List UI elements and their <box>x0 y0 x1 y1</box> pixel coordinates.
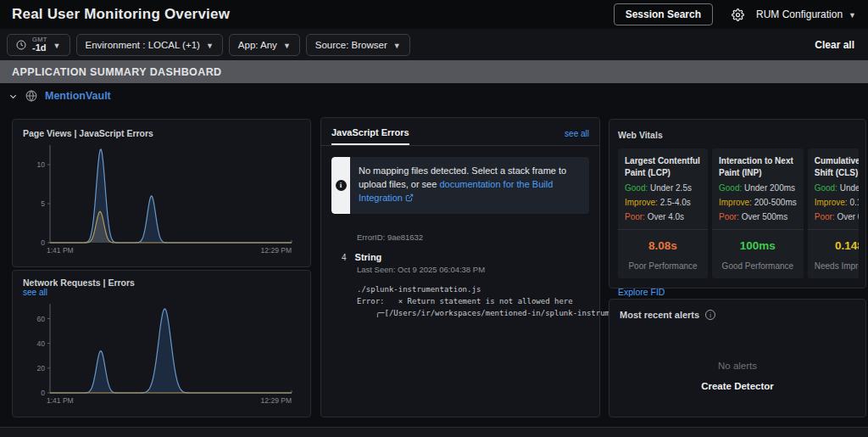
info-stripe: i <box>331 157 350 214</box>
filter-bar: GMT -1d ▼ Environment : LOCAL (+1) ▼ App… <box>0 29 868 60</box>
info-icon: i <box>336 180 347 191</box>
code-line: ./splunk-instrumentation.js <box>357 284 599 296</box>
good-label: Good: <box>815 183 837 193</box>
web-vitals-cards: Largest Contentful Paint (LCP) Good: Und… <box>618 148 859 278</box>
cls-status: Needs Improvement <box>815 261 859 271</box>
lcp-status: Poor Performance <box>625 261 701 271</box>
source-filter[interactable]: Source: Browser ▼ <box>306 34 410 56</box>
inp-status: Good Performance <box>719 261 797 271</box>
svg-text:40: 40 <box>37 339 46 348</box>
recent-alerts-panel: Most recent alerts i No alerts Create De… <box>609 299 866 417</box>
web-vitals-panel: Web Vitals Largest Contentful Paint (LCP… <box>609 119 866 289</box>
cls-value: 0.1481 <box>815 239 859 252</box>
svg-text:1:41 PM: 1:41 PM <box>47 246 74 255</box>
svg-text:1:41 PM: 1:41 PM <box>47 396 74 405</box>
create-detector-button[interactable]: Create Detector <box>620 381 855 391</box>
error-stack-snippet: ./splunk-instrumentation.jsError: × Retu… <box>357 284 599 320</box>
network-requests-panel-title: Network Requests | Errors <box>23 277 300 288</box>
improve-threshold: 200-500ms <box>752 198 797 207</box>
javascript-errors-panel: JavaScript Errors see all i No mapping f… <box>320 117 600 417</box>
chevron-down-icon: ▼ <box>849 11 856 20</box>
improve-label: Improve: <box>625 198 658 207</box>
app-header: Real User Monitoring Overview Session Se… <box>0 0 868 29</box>
js-errors-see-all-link[interactable]: see all <box>565 129 589 145</box>
external-link-icon <box>405 193 414 206</box>
poor-label: Poor: <box>815 212 835 221</box>
collapse-chevron-icon[interactable] <box>8 92 18 101</box>
app-filter-label: App: Any <box>238 40 277 50</box>
svg-text:12:29 PM: 12:29 PM <box>261 246 292 255</box>
svg-text:12:29 PM: 12:29 PM <box>261 396 292 405</box>
source-filter-label: Source: Browser <box>315 40 387 50</box>
tab-javascript-errors[interactable]: JavaScript Errors <box>331 127 409 145</box>
poor-threshold: Over 500ms <box>739 212 787 221</box>
lcp-card-title: Largest Contentful Paint (LCP) <box>625 155 701 178</box>
inp-card: Interaction to Next Paint (INP) Good: Un… <box>712 148 804 278</box>
network-see-all-link[interactable]: see all <box>23 288 300 297</box>
error-type[interactable]: String <box>355 252 382 262</box>
chevron-down-icon: ▼ <box>206 42 214 50</box>
svg-text:10: 10 <box>37 160 46 169</box>
time-range-picker[interactable]: GMT -1d ▼ <box>7 34 70 56</box>
poor-threshold: Over 4.0s <box>645 212 684 221</box>
code-line: ╭─[/Users/ir/workspaces/mentioned-in/spl… <box>357 308 599 320</box>
time-range-value: -1d <box>32 43 47 53</box>
no-alerts-text: No alerts <box>620 361 855 371</box>
network-requests-chart: 02040601:41 PM12:29 PM <box>23 297 300 406</box>
pageviews-errors-chart: 05101:41 PM12:29 PM <box>23 138 300 255</box>
cls-card-title: Cumulative Layout Shift (CLS) <box>815 155 859 178</box>
poor-label: Poor: <box>625 212 645 221</box>
improve-label: Improve: <box>719 198 752 207</box>
error-last-seen: Last Seen: Oct 9 2025 06:04:38 PM <box>357 265 599 274</box>
explore-fid-link[interactable]: Explore FID <box>618 287 857 297</box>
app-row: MentionVault <box>8 90 111 102</box>
rum-configuration-dropdown[interactable]: RUM Configuration ▼ <box>756 8 856 20</box>
svg-text:60: 60 <box>37 315 46 323</box>
environment-filter-label: Environment : LOCAL (+1) <box>86 40 200 50</box>
good-label: Good: <box>625 183 648 193</box>
poor-label: Poor: <box>719 212 739 221</box>
lcp-value: 8.08s <box>625 239 701 252</box>
cls-card: Cumulative Layout Shift (CLS) Good: Unde… <box>808 148 859 278</box>
environment-filter[interactable]: Environment : LOCAL (+1) ▼ <box>76 34 223 56</box>
chevron-down-icon: ▼ <box>283 42 291 50</box>
code-line: Error: × Return statement is not allowed… <box>357 296 599 308</box>
svg-text:20: 20 <box>37 364 46 373</box>
svg-text:5: 5 <box>41 199 45 208</box>
session-search-button[interactable]: Session Search <box>614 3 713 25</box>
section-header-bar: APPLICATION SUMMARY DASHBOARD <box>0 60 868 83</box>
lcp-card: Largest Contentful Paint (LCP) Good: Und… <box>618 148 708 278</box>
rum-configuration-label: RUM Configuration <box>756 8 843 20</box>
improve-label: Improve: <box>815 198 848 207</box>
good-label: Good: <box>719 183 742 193</box>
improve-threshold: 0.1-0.25 <box>848 198 859 207</box>
inp-value: 100ms <box>719 239 797 252</box>
mapping-files-info-banner: i No mapping files detected. Select a st… <box>331 157 589 214</box>
inp-card-title: Interaction to Next Paint (INP) <box>719 155 797 178</box>
globe-icon <box>25 90 37 102</box>
section-title: APPLICATION SUMMARY DASHBOARD <box>12 66 221 78</box>
pageviews-errors-panel: Page Views | JavaScript Errors 05101:41 … <box>12 119 311 267</box>
app-name-link[interactable]: MentionVault <box>45 90 111 102</box>
recent-alerts-title: Most recent alerts <box>620 310 699 320</box>
good-threshold: Under 200ms <box>742 183 795 193</box>
improve-threshold: 2.5-4.0s <box>658 198 691 207</box>
pageviews-errors-panel-title: Page Views | JavaScript Errors <box>23 128 300 138</box>
error-id: ErrorID: 9ae81632 <box>357 233 599 242</box>
gear-icon[interactable] <box>732 8 744 21</box>
error-count: 4 <box>342 253 347 262</box>
chevron-down-icon: ▼ <box>53 42 61 50</box>
clear-all-button[interactable]: Clear all <box>815 39 854 51</box>
chevron-down-icon: ▼ <box>393 42 401 50</box>
page-title: Real User Monitoring Overview <box>12 6 230 23</box>
good-threshold: Under 0.1 <box>837 183 859 193</box>
good-threshold: Under 2.5s <box>648 183 692 193</box>
app-filter[interactable]: App: Any ▼ <box>229 34 300 56</box>
info-icon[interactable]: i <box>705 310 715 320</box>
web-vitals-title: Web Vitals <box>618 130 857 140</box>
next-section-strip <box>0 427 868 437</box>
svg-text:0: 0 <box>41 238 45 247</box>
clock-icon <box>16 40 26 50</box>
network-requests-panel: Network Requests | Errors see all 020406… <box>12 270 311 417</box>
poor-threshold: Over 0.25 <box>835 212 859 221</box>
